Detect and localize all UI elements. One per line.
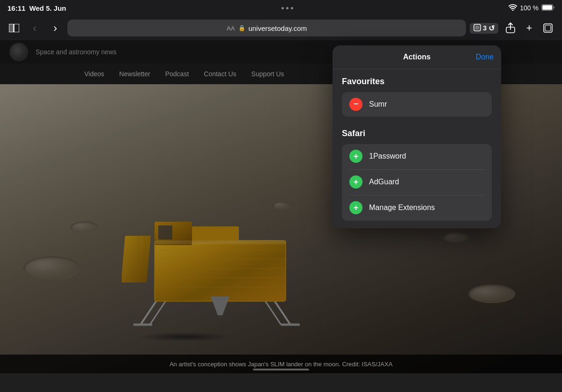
- safari-label-adguard: AdGuard: [369, 178, 399, 186]
- status-right: 100 %: [509, 4, 555, 12]
- safari-item-manage-extensions[interactable]: + Manage Extensions: [342, 196, 492, 220]
- actions-header: Actions Done: [333, 45, 501, 69]
- favourites-section: Favourites − Sumr: [333, 69, 501, 121]
- favourite-label-sumr: Sumr: [369, 100, 387, 109]
- safari-label: Safari: [342, 129, 492, 138]
- svg-rect-2: [9, 24, 14, 32]
- svg-rect-5: [475, 25, 480, 29]
- tabs-badge[interactable]: 3 ↺: [470, 23, 498, 34]
- battery-text: 100 %: [520, 4, 539, 12]
- wifi-icon: [509, 4, 517, 12]
- safari-label-manage-extensions: Manage Extensions: [369, 203, 435, 212]
- favourites-label: Favourites: [342, 77, 492, 87]
- refresh-icon: ↺: [488, 24, 495, 33]
- add-icon-manage-extensions: +: [349, 201, 362, 214]
- share-button[interactable]: [502, 20, 519, 36]
- tabs-overview-button[interactable]: [540, 20, 556, 36]
- forward-button[interactable]: ›: [47, 20, 64, 36]
- nav-bar: ‹ › AA 🔒 universetoday.com 3 ↺ +: [0, 16, 562, 40]
- address-bar[interactable]: AA 🔒 universetoday.com: [67, 20, 466, 36]
- safari-item-adguard[interactable]: + AdGuard: [342, 170, 492, 194]
- status-time: 16:11: [7, 4, 25, 12]
- add-icon-1password: +: [349, 150, 362, 163]
- actions-title: Actions: [403, 53, 431, 61]
- safari-section: Safari + 1Password + AdGuard + Manage: [333, 121, 501, 228]
- add-icon-adguard: +: [349, 175, 362, 189]
- safari-label-1password: 1Password: [369, 152, 406, 160]
- status-bar: 16:11 Wed 5. Jun 100 %: [0, 0, 562, 16]
- battery-icon: [541, 4, 555, 12]
- back-button[interactable]: ‹: [26, 20, 43, 36]
- actions-panel: Actions Done Favourites − Sumr Safari + …: [333, 45, 501, 228]
- status-date: Wed 5. Jun: [29, 4, 66, 12]
- svg-rect-1: [542, 5, 552, 10]
- tabs-count: 3: [483, 24, 487, 32]
- sidebar-toggle-button[interactable]: [6, 20, 22, 36]
- lock-icon: 🔒: [238, 25, 245, 31]
- remove-icon-sumr: −: [349, 98, 362, 111]
- svg-rect-3: [14, 24, 19, 32]
- tab-icon: [473, 24, 481, 33]
- safari-item-1password[interactable]: + 1Password: [342, 144, 492, 168]
- actions-done-button[interactable]: Done: [476, 53, 494, 61]
- add-tab-button[interactable]: +: [521, 20, 538, 36]
- status-center-dots: [281, 7, 293, 9]
- url-text: universetoday.com: [248, 24, 307, 32]
- favourite-item-sumr[interactable]: − Sumr: [342, 92, 492, 116]
- svg-rect-8: [545, 25, 551, 31]
